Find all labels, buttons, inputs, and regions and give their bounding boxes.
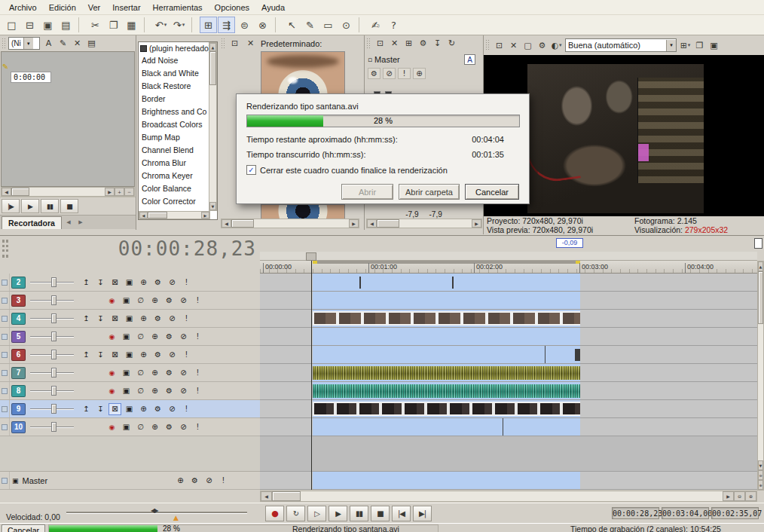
- menu-item-herramientas[interactable]: Herramientas: [147, 1, 209, 14]
- bump-track-up-icon[interactable]: ↥: [80, 349, 93, 361]
- selection-edit-tool-button[interactable]: ▭: [319, 17, 337, 33]
- record-arm-icon[interactable]: ◉: [105, 385, 118, 397]
- master-track-header[interactable]: ▣ Master ⊕⚙⊘!: [0, 472, 260, 490]
- track-fx-icon[interactable]: ⚙: [163, 421, 176, 433]
- solo-icon[interactable]: !: [180, 313, 193, 325]
- track-fx-icon[interactable]: ⚙: [163, 367, 176, 379]
- fader-thumb[interactable]: [51, 277, 57, 287]
- record-button[interactable]: ●: [265, 506, 284, 521]
- solo-icon[interactable]: !: [191, 367, 204, 379]
- invert-phase-icon[interactable]: ∅: [134, 385, 147, 397]
- track-minimize-icon[interactable]: [2, 298, 8, 304]
- mute-icon[interactable]: ⊘: [203, 475, 215, 487]
- meters-icon[interactable]: ▣: [120, 331, 133, 343]
- plugin-item-bump-map[interactable]: Bump Map: [139, 131, 209, 144]
- track-header-7[interactable]: 7◉▣∅⊕⚙⊘!: [0, 364, 260, 382]
- zoom-in-time-icon[interactable]: ⊕: [745, 491, 756, 501]
- bump-track-up-icon[interactable]: ↥: [80, 403, 93, 415]
- track-fx-icon[interactable]: ⚙: [151, 349, 164, 361]
- track-lane-5[interactable]: [260, 328, 757, 346]
- scroll-left-icon[interactable]: ◀: [2, 188, 11, 196]
- bump-track-down-icon[interactable]: ↧: [94, 403, 107, 415]
- mute-icon[interactable]: ⊘: [177, 331, 190, 343]
- track-fx-icon[interactable]: ⚙: [151, 313, 164, 325]
- menu-item-edicion[interactable]: Edición: [43, 1, 82, 14]
- zoom-out-time-icon[interactable]: ⊖: [734, 491, 745, 501]
- track-volume-fader[interactable]: [29, 310, 75, 328]
- meters-icon[interactable]: ▣: [120, 295, 133, 307]
- bump-track-up-icon[interactable]: ↥: [80, 313, 93, 325]
- paste-button[interactable]: ▦: [123, 17, 140, 33]
- track-number-badge[interactable]: 7: [11, 367, 26, 379]
- track-motion-icon[interactable]: ⊠: [108, 349, 121, 361]
- pan-icon[interactable]: ⊕: [137, 349, 150, 361]
- zoom-edit-tool-button[interactable]: ⊙: [338, 17, 355, 33]
- play-from-start-button[interactable]: ▷: [307, 506, 326, 521]
- play-button[interactable]: ▶: [329, 506, 347, 521]
- track-volume-fader[interactable]: [29, 400, 75, 418]
- master-mute-button[interactable]: ⊘: [383, 68, 396, 79]
- scroll-right-icon[interactable]: ▶: [472, 219, 481, 228]
- trimmer-play-from-start-button[interactable]: |▶: [2, 199, 20, 213]
- track-volume-fader[interactable]: [29, 292, 75, 310]
- track-lane-7[interactable]: [260, 364, 757, 382]
- track-number-badge[interactable]: 10: [11, 421, 26, 433]
- record-arm-icon[interactable]: ◉: [105, 421, 118, 433]
- track-minimize-icon[interactable]: [2, 478, 8, 484]
- scroll-left-icon[interactable]: ◀: [139, 212, 148, 219]
- overlays-button[interactable]: ⊞▾: [678, 38, 692, 52]
- plugin-item-channel-blend[interactable]: Channel Blend: [139, 144, 209, 157]
- trimmer-font-button[interactable]: A: [41, 37, 56, 50]
- trimmer-scrollbar[interactable]: ◀▶+−: [1, 187, 135, 197]
- scrollbar-thumb[interactable]: [272, 491, 301, 501]
- plugin-item-color-corrector[interactable]: Color Corrector: [139, 195, 209, 208]
- track-volume-fader[interactable]: [29, 418, 75, 436]
- track-number-badge[interactable]: 4: [11, 313, 26, 325]
- panel-grip[interactable]: [2, 38, 5, 50]
- invert-phase-icon[interactable]: ∅: [134, 367, 147, 379]
- panel-grip[interactable]: [366, 38, 370, 50]
- timeline-hscrollbar[interactable]: ◀▶⊖⊕: [260, 491, 757, 502]
- track-lane-10[interactable]: [260, 418, 757, 436]
- mute-icon[interactable]: ⊘: [177, 367, 190, 379]
- mute-icon[interactable]: ⊘: [177, 421, 190, 433]
- track-volume-fader[interactable]: [29, 346, 75, 364]
- track-volume-fader[interactable]: [29, 382, 75, 400]
- auto-ripple-button[interactable]: ⇶: [218, 17, 235, 33]
- track-number-badge[interactable]: 9: [11, 403, 26, 415]
- master-pan-button[interactable]: ⊕: [413, 68, 426, 79]
- fader-thumb[interactable]: [51, 295, 57, 305]
- track-minimize-icon[interactable]: [2, 370, 8, 376]
- scroll-right-icon[interactable]: ▶: [105, 188, 115, 196]
- bump-track-down-icon[interactable]: ↧: [94, 349, 107, 361]
- pan-icon[interactable]: ⊕: [148, 421, 161, 433]
- whats-this-help-button[interactable]: ?: [385, 17, 402, 33]
- marker-tool-icon[interactable]: [754, 238, 762, 249]
- fader-thumb[interactable]: [51, 332, 57, 341]
- tab-scroll-right-icon[interactable]: ▶: [75, 217, 86, 228]
- copy-button[interactable]: ❐: [105, 17, 122, 33]
- enable-snapping-button[interactable]: ⊞: [200, 17, 217, 33]
- scrollbar-thumb[interactable]: [209, 51, 216, 85]
- event-clip[interactable]: [359, 277, 361, 289]
- track-header-2[interactable]: 2↥↧⊠▣⊕⚙⊘!: [0, 274, 260, 292]
- scrollbar-thumb[interactable]: [758, 271, 763, 324]
- pan-icon[interactable]: ⊕: [148, 331, 161, 343]
- solo-icon[interactable]: !: [180, 349, 193, 361]
- master-solo-button[interactable]: !: [398, 68, 411, 79]
- plugin-item-chroma-blur[interactable]: Chroma Blur: [139, 157, 209, 170]
- playback-rate-slider[interactable]: ◀▶ ▲: [66, 512, 247, 514]
- event-clip[interactable]: [452, 277, 454, 289]
- properties-button[interactable]: ▤: [57, 17, 75, 33]
- meters-icon[interactable]: ▣: [120, 367, 133, 379]
- plugin-item-chroma-keyer[interactable]: Chroma Keyer: [139, 170, 209, 182]
- fader-thumb[interactable]: [51, 404, 57, 414]
- scrollbar-track[interactable]: [209, 85, 216, 202]
- fader-thumb[interactable]: [51, 368, 57, 378]
- track-volume-fader[interactable]: [29, 328, 75, 346]
- event-clip[interactable]: [575, 349, 580, 361]
- track-lane-4[interactable]: [260, 310, 757, 328]
- track-motion-icon[interactable]: ⊠: [108, 277, 121, 289]
- track-minimize-icon[interactable]: [2, 406, 8, 412]
- save-button[interactable]: ▣: [39, 17, 57, 33]
